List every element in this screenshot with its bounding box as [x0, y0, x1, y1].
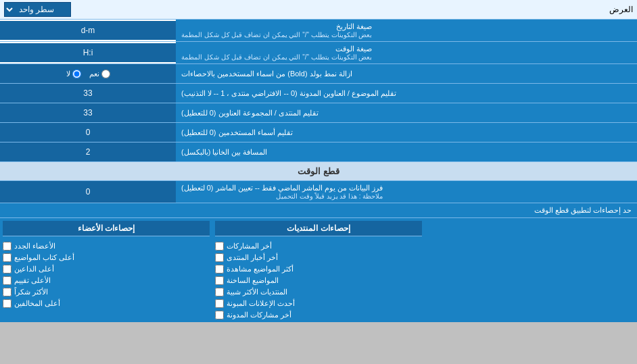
- stat-blog-posts-checkbox[interactable]: [215, 311, 224, 319]
- bold-options: نعم لا: [0, 64, 176, 83]
- posts-stats-col: إحصاءات المنتديات أخر المشاركات أخر أخبا…: [212, 218, 425, 322]
- bold-yes-radio[interactable]: [101, 70, 110, 78]
- stat-last-posts[interactable]: أخر المشاركات: [215, 242, 422, 251]
- time-cut-limit-field[interactable]: [3, 187, 173, 197]
- stat-top-writers-checkbox[interactable]: [3, 253, 11, 262]
- forum-limit-row: تقليم المنتدى / المجموعة العناوين (0 للت…: [0, 103, 637, 123]
- bold-no-option[interactable]: لا: [66, 70, 81, 78]
- stat-last-posts-checkbox[interactable]: [215, 242, 224, 251]
- stat-top-rated-checkbox[interactable]: [3, 276, 11, 285]
- time-cut-limit-label: فرز البيانات من يوم الماشر الماضي فقط --…: [176, 181, 637, 203]
- checkboxes-section: إحصاءات المنتديات أخر المشاركات أخر أخبا…: [0, 218, 637, 322]
- main-container: العرض سطر واحد سطرين ثلاثة أسطر صيغة الت…: [0, 0, 637, 322]
- stat-forum-news[interactable]: أخر أخبار المنتدى: [215, 253, 422, 262]
- topics-limit-row: تقليم الموضوع / العناوين المدونة (0 -- ا…: [0, 84, 637, 103]
- stat-most-liked-forums[interactable]: المنتديات الأكثر شبية: [215, 288, 422, 296]
- users-limit-label: تقليم أسماء المستخدمين (0 للتعطيل): [176, 123, 637, 142]
- time-format-row: صيغة الوقت بعض التكوينات يتطلب "/" التي …: [0, 42, 637, 64]
- posts-stats-header: إحصاءات المنتديات: [215, 221, 422, 236]
- stat-most-viewed-checkbox[interactable]: [215, 265, 224, 274]
- users-limit-row: تقليم أسماء المستخدمين (0 للتعطيل): [0, 123, 637, 142]
- topics-limit-field[interactable]: [4, 88, 172, 98]
- stat-hot-topics[interactable]: المواضيع الساخنة: [215, 276, 422, 285]
- date-format-label: صيغة التاريخ بعض التكوينات يتطلب "/" الت…: [176, 20, 637, 41]
- display-label: العرض: [609, 5, 633, 14]
- time-format-input-cell: [0, 43, 176, 62]
- bold-yes-option[interactable]: نعم: [89, 70, 110, 78]
- forum-limit-input-cell: [0, 103, 176, 122]
- stats-apply-label: حد إحصاءات لتطبيق قطع الوقت: [534, 206, 632, 214]
- gap-label: المسافة بين الخانيا (بالبكسل): [176, 142, 637, 161]
- gap-input-cell: [0, 142, 176, 161]
- members-stats-header: إحصاءات الأعضاء: [3, 221, 210, 236]
- display-select[interactable]: سطر واحد سطرين ثلاثة أسطر: [4, 2, 71, 17]
- stat-most-thanked-checkbox[interactable]: [3, 288, 11, 296]
- stat-top-rated[interactable]: الأعلى تقييم: [3, 276, 210, 285]
- time-cut-section-header: قطع الوقت: [0, 162, 637, 181]
- date-format-input-cell: [0, 21, 176, 40]
- stat-top-inviters-checkbox[interactable]: [3, 265, 11, 274]
- stat-forum-news-checkbox[interactable]: [215, 253, 224, 262]
- bold-row: ازالة نمط بولد (Bold) من اسماء المستخدمي…: [0, 64, 637, 84]
- time-cut-limit-row: فرز البيانات من يوم الماشر الماضي فقط --…: [0, 181, 637, 203]
- col-spacer: [425, 218, 637, 322]
- stat-top-violators[interactable]: أعلى المخالفين: [3, 299, 210, 308]
- users-limit-field[interactable]: [4, 128, 172, 137]
- forum-limit-field[interactable]: [4, 108, 172, 118]
- stat-latest-announcements[interactable]: أحدث الإعلانات المبونة: [215, 299, 422, 308]
- stat-hot-topics-checkbox[interactable]: [215, 276, 224, 285]
- gap-row: المسافة بين الخانيا (بالبكسل): [0, 142, 637, 162]
- stat-new-members-checkbox[interactable]: [3, 242, 11, 251]
- date-format-row: صيغة التاريخ بعض التكوينات يتطلب "/" الت…: [0, 20, 637, 42]
- gap-field[interactable]: [4, 147, 172, 157]
- time-format-field[interactable]: [4, 48, 172, 57]
- forum-limit-label: تقليم المنتدى / المجموعة العناوين (0 للت…: [176, 103, 637, 122]
- stat-new-members[interactable]: الأعضاء الجدد: [3, 242, 210, 251]
- stat-blog-posts[interactable]: أخر مشاركات المدونة: [215, 311, 422, 319]
- stats-apply-label-row: حد إحصاءات لتطبيق قطع الوقت: [0, 203, 637, 218]
- bold-no-radio[interactable]: [72, 70, 81, 78]
- stat-top-writers[interactable]: أعلى كتاب المواضيع: [3, 253, 210, 262]
- time-format-label: صيغة الوقت بعض التكوينات يتطلب "/" التي …: [176, 42, 637, 63]
- stat-most-viewed[interactable]: أكثر المواضيع مشاهدة: [215, 265, 422, 274]
- date-format-field[interactable]: [4, 26, 172, 35]
- stat-latest-announcements-checkbox[interactable]: [215, 299, 224, 308]
- display-row: العرض سطر واحد سطرين ثلاثة أسطر: [0, 0, 637, 20]
- bold-label: ازالة نمط بولد (Bold) من اسماء المستخدمي…: [176, 64, 637, 83]
- users-limit-input-cell: [0, 123, 176, 142]
- topics-limit-input-cell: [0, 84, 176, 103]
- time-cut-limit-input-cell: [0, 181, 176, 203]
- stat-top-violators-checkbox[interactable]: [3, 299, 11, 308]
- stat-most-liked-forums-checkbox[interactable]: [215, 288, 224, 296]
- members-stats-col: إحصاءات الأعضاء الأعضاء الجدد أعلى كتاب …: [0, 218, 212, 322]
- topics-limit-label: تقليم الموضوع / العناوين المدونة (0 -- ا…: [176, 84, 637, 103]
- stat-most-thanked[interactable]: الأكثر شكراً: [3, 288, 210, 296]
- stat-top-inviters[interactable]: أعلى الداعين: [3, 265, 210, 274]
